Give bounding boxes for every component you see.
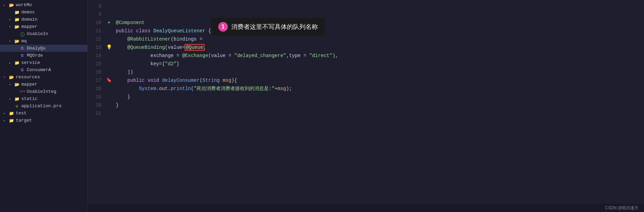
code-editor: 8 9 10 11 12 13 14 15 16 17 18 19 20 21 … bbox=[88, 0, 644, 212]
status-bar: CSDN @暗武逢天 bbox=[88, 204, 644, 212]
xml-file-icon bbox=[19, 89, 25, 94]
code-line-16: )) bbox=[113, 68, 644, 76]
code-line-13: @QueueBinding(value=@Queue, bbox=[113, 43, 644, 52]
gutter-cell bbox=[105, 10, 113, 19]
folder-open-icon bbox=[14, 39, 20, 44]
line-num: 21 bbox=[88, 109, 101, 118]
sidebar-item-dealyqu[interactable]: DealyQu bbox=[0, 45, 87, 52]
code-line-21 bbox=[113, 109, 644, 118]
sidebar-item-label: service bbox=[21, 60, 40, 65]
sidebar-item-mapper2[interactable]: mapper bbox=[0, 81, 87, 88]
folder-open-icon bbox=[8, 75, 14, 80]
code-line-9 bbox=[113, 10, 644, 19]
sidebar-item-mapper[interactable]: mapper bbox=[0, 23, 87, 30]
gutter-cell bbox=[105, 35, 113, 43]
sidebar-item-label: static bbox=[21, 96, 37, 101]
sidebar-item-application[interactable]: application.pro bbox=[0, 102, 87, 110]
code-line-11: public class DealyQueueListener { bbox=[113, 27, 644, 35]
arrow-icon bbox=[9, 25, 14, 29]
sidebar-item-static[interactable]: static bbox=[0, 95, 87, 102]
java-class-icon bbox=[19, 53, 25, 58]
sidebar-item-target[interactable]: target bbox=[0, 117, 87, 124]
line-num: 12 bbox=[88, 35, 101, 43]
sidebar-item-workMo[interactable]: workMo bbox=[0, 1, 87, 9]
line-num: 17 bbox=[88, 76, 101, 85]
line-num: 15 bbox=[88, 60, 101, 68]
gutter-cell bbox=[105, 101, 113, 109]
author-label: CSDN @暗武逢天 bbox=[605, 205, 639, 211]
folder-icon bbox=[14, 17, 20, 22]
sidebar-item-label: application.pro bbox=[21, 103, 62, 109]
line-numbers: 8 9 10 11 12 13 14 15 16 17 18 19 20 21 bbox=[88, 0, 105, 204]
line-num: 16 bbox=[88, 68, 101, 76]
properties-file-icon bbox=[14, 104, 20, 109]
sidebar-item-label: mq bbox=[21, 38, 27, 44]
arrow-icon bbox=[3, 75, 8, 79]
sidebar-item-test[interactable]: test bbox=[0, 110, 87, 117]
sidebar-item-label: workMo bbox=[16, 2, 32, 8]
sidebar-item-mqorde[interactable]: MQOrde bbox=[0, 52, 87, 59]
sidebar-item-label: mapper bbox=[21, 82, 37, 87]
folder-open-icon bbox=[14, 82, 20, 87]
line-num: 13 bbox=[88, 43, 101, 52]
java-class-icon bbox=[19, 68, 25, 72]
code-line-8 bbox=[113, 2, 644, 10]
sidebar-item-label: resources bbox=[16, 75, 40, 80]
sidebar-item-resources[interactable]: resources bbox=[0, 74, 87, 81]
code-line-12: @RabbitListener(bindings = bbox=[113, 35, 644, 43]
folder-icon bbox=[8, 118, 14, 123]
sidebar-item-domain[interactable]: domain bbox=[0, 16, 87, 23]
code-content: 8 9 10 11 12 13 14 15 16 17 18 19 20 21 … bbox=[88, 0, 644, 204]
code-line-17: public void delayConsumer(String msg){ bbox=[113, 76, 644, 85]
line-num: 19 bbox=[88, 93, 101, 101]
sidebar-item-label: demos bbox=[21, 10, 35, 15]
java-class-icon bbox=[19, 46, 25, 51]
line-num: 10 bbox=[88, 19, 101, 27]
gutter-cell bbox=[105, 52, 113, 60]
sidebar-item-usableinteg[interactable]: UsableInteg bbox=[0, 88, 87, 95]
line-num: 14 bbox=[88, 52, 101, 60]
arrow-icon bbox=[9, 61, 14, 65]
sidebar-item-label: MQOrde bbox=[27, 53, 43, 58]
gutter-cell bbox=[105, 93, 113, 101]
tooltip-text: 消费者这里不写具体的队列名称 bbox=[231, 23, 318, 31]
sidebar-item-label: mapper bbox=[21, 24, 37, 29]
code-lines: @Component public class DealyQueueListen… bbox=[113, 0, 644, 204]
sidebar-item-mq[interactable]: mq bbox=[0, 37, 87, 45]
gutter-cell bbox=[105, 68, 113, 76]
arrow-icon bbox=[9, 39, 14, 43]
sidebar-item-demos[interactable]: demos bbox=[0, 9, 87, 16]
sidebar-item-service[interactable]: service bbox=[0, 59, 87, 66]
sidebar-item-label: domain bbox=[21, 17, 37, 22]
sidebar-item-consumera[interactable]: ConsumerA bbox=[0, 66, 87, 74]
gutter-bulb[interactable]: 💡 bbox=[105, 43, 113, 52]
code-line-14: exchange = @Exchange(value = "delayed_ch… bbox=[113, 52, 644, 60]
gutter-breakpoint[interactable]: ● bbox=[105, 19, 113, 27]
gutter-cell bbox=[105, 85, 113, 93]
code-line-18: System.out.println("死信消费者消费者接收到的消息是:"+ms… bbox=[113, 85, 644, 93]
code-line-19: } bbox=[113, 93, 644, 101]
folder-icon bbox=[8, 111, 14, 116]
gutter-cell bbox=[105, 27, 113, 35]
code-line-10: @Component bbox=[113, 19, 644, 27]
sidebar-item-label: UsableInteg bbox=[27, 89, 56, 94]
line-num: 20 bbox=[88, 101, 101, 109]
line-num: 11 bbox=[88, 27, 101, 35]
arrow-icon bbox=[9, 18, 14, 22]
code-line-15: key={"d2"} bbox=[113, 60, 644, 68]
gutter-cell bbox=[105, 109, 113, 118]
java-interface-icon bbox=[19, 32, 25, 36]
arrow-icon bbox=[9, 82, 14, 87]
sidebar-item-usablein[interactable]: UsableIn bbox=[0, 30, 87, 37]
arrow-icon bbox=[3, 111, 8, 115]
gutter: ● 💡 🔖 bbox=[105, 0, 113, 204]
gutter-cell bbox=[105, 60, 113, 68]
tooltip-badge: 1 bbox=[218, 22, 228, 32]
sidebar-item-label: UsableIn bbox=[27, 31, 48, 36]
folder-icon bbox=[14, 60, 20, 65]
gutter-cell bbox=[105, 2, 113, 10]
folder-open-icon bbox=[14, 24, 20, 29]
line-num: 9 bbox=[88, 10, 101, 19]
gutter-bookmark[interactable]: 🔖 bbox=[105, 76, 113, 85]
sidebar-item-label: target bbox=[16, 118, 32, 123]
